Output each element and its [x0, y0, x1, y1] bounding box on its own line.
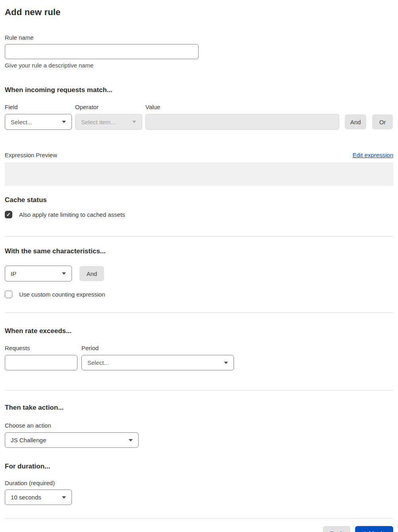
divider	[5, 236, 393, 237]
add-rule-button[interactable]: Add rule	[355, 526, 393, 532]
cache-status-heading: Cache status	[5, 196, 393, 204]
rule-name-label: Rule name	[5, 34, 393, 41]
requests-input[interactable]	[5, 355, 77, 370]
field-column: Field Select...	[5, 104, 72, 130]
divider	[5, 518, 393, 519]
operator-select[interactable]: Select item...	[75, 114, 142, 130]
counting-checkbox-row: ✓ Use custom counting expression	[5, 291, 393, 298]
back-button[interactable]: Back	[323, 526, 350, 532]
requests-label: Requests	[5, 345, 77, 351]
custom-counting-checkbox-label: Use custom counting expression	[19, 291, 105, 298]
cached-assets-checkbox[interactable]: ✓	[5, 211, 12, 218]
field-select-value: Select...	[11, 119, 32, 125]
duration-select[interactable]: 10 seconds	[5, 490, 72, 505]
action-select-value: JS Challenge	[11, 437, 46, 443]
chevron-down-icon	[62, 121, 66, 123]
divider	[5, 390, 393, 391]
chevron-down-icon	[129, 439, 133, 441]
and-button[interactable]: And	[345, 114, 366, 129]
chevron-down-icon	[224, 362, 228, 364]
action-select[interactable]: JS Challenge	[5, 432, 139, 448]
duration-section-heading: For duration...	[5, 463, 393, 470]
field-label: Field	[5, 104, 72, 110]
period-select-value: Select...	[87, 359, 109, 366]
value-label: Value	[145, 104, 339, 110]
period-label: Period	[81, 345, 234, 351]
characteristic-select-value: IP	[11, 270, 16, 277]
divider	[5, 312, 393, 313]
chevron-down-icon	[62, 272, 66, 275]
checkmark-icon: ✓	[6, 212, 11, 217]
cached-assets-checkbox-label: Also apply rate limiting to cached asset…	[19, 211, 125, 218]
operator-select-value: Select item...	[81, 119, 116, 125]
or-button[interactable]: Or	[372, 114, 393, 129]
period-column: Period Select...	[81, 345, 234, 370]
match-section-heading: When incoming requests match...	[5, 86, 393, 94]
operator-column: Operator Select item...	[75, 104, 142, 130]
characteristics-row: IP And	[5, 266, 393, 281]
expression-header: Expression Preview Edit expression	[5, 152, 393, 158]
duration-select-value: 10 seconds	[11, 494, 41, 501]
characteristics-heading: With the same characteristics...	[5, 247, 393, 255]
requests-column: Requests	[5, 345, 77, 370]
operator-label: Operator	[75, 104, 142, 110]
value-column: Value	[145, 104, 339, 130]
characteristic-select[interactable]: IP	[5, 266, 72, 281]
duration-label: Duration (required)	[5, 480, 393, 486]
add-rule-form: Add new rule Rule name Give your rule a …	[0, 0, 398, 532]
value-input[interactable]	[145, 114, 339, 130]
expression-preview-box	[5, 162, 393, 186]
custom-counting-checkbox[interactable]: ✓	[5, 291, 12, 298]
choose-action-label: Choose an action	[5, 422, 393, 429]
period-select[interactable]: Select...	[81, 355, 234, 370]
footer-actions: Back Add rule	[5, 526, 393, 532]
expression-preview-label: Expression Preview	[5, 152, 57, 158]
characteristic-and-button[interactable]: And	[79, 266, 104, 281]
rate-section-heading: When rate exceeds...	[5, 327, 393, 335]
field-select[interactable]: Select...	[5, 114, 72, 130]
edit-expression-link[interactable]: Edit expression	[352, 152, 393, 158]
page-title: Add new rule	[5, 0, 393, 17]
rate-row: Requests Period Select...	[5, 345, 393, 370]
chevron-down-icon	[62, 496, 66, 499]
rule-name-helper: Give your rule a descriptive name	[5, 62, 393, 69]
rule-name-input[interactable]	[5, 44, 199, 59]
match-row: Field Select... Operator Select item... …	[5, 104, 393, 130]
chevron-down-icon	[132, 121, 136, 123]
cache-checkbox-row: ✓ Also apply rate limiting to cached ass…	[5, 211, 393, 218]
action-section-heading: Then take action...	[5, 404, 393, 412]
